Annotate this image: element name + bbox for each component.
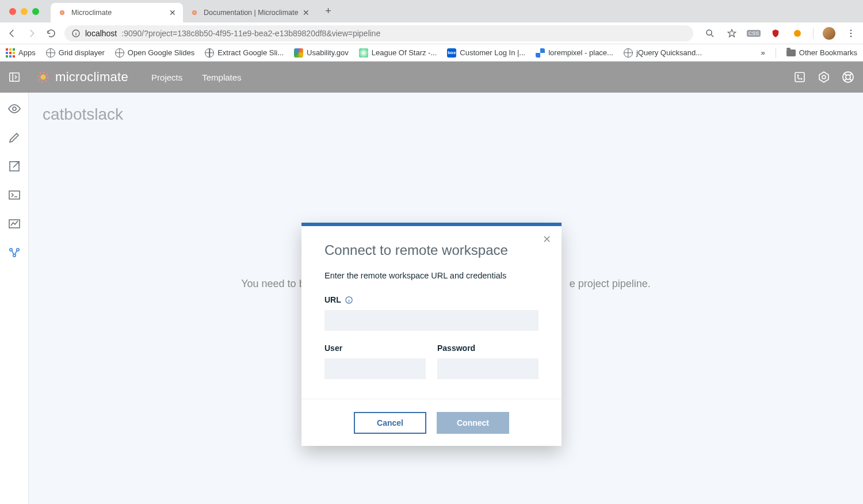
tab-title: Microclimate — [71, 9, 165, 17]
window-zoom-button[interactable] — [32, 8, 39, 15]
git-icon[interactable] — [793, 70, 807, 84]
window-close-button[interactable] — [9, 8, 16, 15]
search-icon[interactable] — [704, 27, 716, 40]
bookmark-item[interactable]: lorempixel - place... — [536, 48, 613, 58]
bookmark-item[interactable]: Extract Google Sli... — [205, 48, 284, 58]
svg-rect-13 — [10, 73, 20, 82]
svg-point-11 — [850, 32, 852, 34]
microclimate-favicon-icon — [58, 8, 67, 17]
bookbar-divider — [776, 48, 776, 58]
info-icon[interactable] — [345, 296, 353, 304]
star-icon — [359, 48, 368, 58]
user-input[interactable] — [324, 358, 426, 379]
address-bar[interactable]: localhost:9090/?project=138c8b50-4f95-11… — [64, 25, 693, 41]
url-host: localhost — [85, 29, 117, 38]
svg-point-33 — [13, 254, 15, 257]
connect-button[interactable]: Connect — [437, 412, 509, 434]
url-label: URL — [324, 295, 539, 304]
svg-point-12 — [850, 35, 852, 37]
pixel-icon — [536, 48, 545, 58]
app-header: microclimate Projects Templates — [0, 62, 863, 93]
tab-title: Documentation | Microclimate — [204, 9, 298, 17]
bookmark-item[interactable]: jQuery Quicksand... — [624, 48, 702, 58]
globe-icon — [205, 48, 214, 58]
profile-avatar[interactable] — [823, 27, 835, 40]
rail-pipeline-icon[interactable] — [7, 246, 21, 259]
rail-metrics-icon[interactable] — [7, 217, 21, 231]
url-input[interactable] — [324, 310, 539, 331]
browser-tabstrip: Microclimate ✕ Documentation | Microclim… — [0, 0, 863, 22]
new-tab-button[interactable]: + — [320, 3, 336, 20]
apps-button[interactable]: Apps — [6, 48, 36, 58]
settings-icon[interactable] — [817, 70, 831, 84]
bookmark-item[interactable]: Open Google Slides — [115, 48, 194, 58]
bookmark-item[interactable]: Grid displayer — [46, 48, 105, 58]
toolbar-divider — [813, 28, 814, 39]
diamond-icon — [294, 48, 303, 58]
reload-button[interactable] — [45, 27, 58, 40]
svg-point-15 — [40, 74, 45, 79]
svg-point-18 — [801, 78, 803, 80]
svg-marker-19 — [819, 72, 828, 82]
svg-point-3 — [193, 12, 196, 14]
browser-tab-active[interactable]: Microclimate ✕ — [51, 3, 183, 22]
bookmarks-overflow[interactable]: » — [761, 48, 765, 57]
connect-modal: ✕ Connect to remote workspace Enter the … — [301, 223, 562, 446]
svg-point-22 — [846, 75, 850, 79]
window-minimize-button[interactable] — [21, 8, 28, 15]
svg-point-20 — [822, 75, 826, 79]
back-button[interactable] — [6, 27, 18, 40]
extension-css-icon[interactable]: CSS — [747, 27, 760, 40]
header-right — [793, 70, 855, 84]
rail-open-icon[interactable] — [7, 159, 21, 173]
panel-toggle-icon[interactable] — [8, 71, 21, 83]
svg-point-9 — [794, 30, 801, 37]
bookmark-item[interactable]: League Of Starz -... — [359, 48, 437, 58]
forward-button[interactable] — [25, 27, 38, 40]
brand-text: microclimate — [55, 70, 128, 85]
nav-templates[interactable]: Templates — [202, 72, 241, 82]
svg-rect-16 — [795, 72, 804, 82]
extension-orange-icon[interactable] — [791, 27, 804, 40]
left-rail — [0, 93, 29, 504]
user-label: User — [324, 343, 426, 353]
password-label: Password — [437, 343, 539, 353]
star-icon[interactable] — [725, 27, 738, 40]
browser-tab[interactable]: Documentation | Microclimate ✕ — [183, 3, 316, 22]
tab-close-icon[interactable]: ✕ — [303, 9, 310, 17]
bookmark-item[interactable]: Usability.gov — [294, 48, 349, 58]
nav-projects[interactable]: Projects — [151, 72, 182, 82]
microclimate-logo-icon — [37, 71, 49, 83]
bookmarks-bar: Apps Grid displayer Open Google Slides E… — [0, 44, 863, 62]
modal-title: Connect to remote workspace — [324, 242, 539, 258]
cancel-button[interactable]: Cancel — [354, 412, 426, 434]
rail-view-icon[interactable] — [7, 102, 21, 116]
app-root: microclimate Projects Templates catbotsl… — [0, 62, 863, 504]
svg-line-8 — [711, 35, 713, 37]
svg-point-27 — [13, 107, 16, 110]
modal-actions: Cancel Connect — [301, 399, 562, 446]
brand[interactable]: microclimate — [37, 70, 128, 85]
kebab-menu-icon[interactable] — [845, 27, 857, 40]
other-bookmarks[interactable]: Other Bookmarks — [786, 48, 857, 57]
folder-icon — [786, 49, 796, 56]
password-input[interactable] — [437, 358, 539, 379]
extension-shield-icon[interactable] — [769, 27, 782, 40]
svg-rect-29 — [9, 191, 20, 199]
browser-toolbar: localhost:9090/?project=138c8b50-4f95-11… — [0, 22, 863, 44]
globe-icon — [46, 48, 55, 58]
modal-subtitle: Enter the remote workspace URL and crede… — [324, 271, 539, 280]
site-info-icon[interactable] — [71, 29, 81, 38]
modal-close-icon[interactable]: ✕ — [543, 233, 551, 246]
help-icon[interactable] — [841, 70, 855, 84]
tab-close-icon[interactable]: ✕ — [169, 9, 176, 17]
url-path: :9090/?project=138c8b50-4f95-11e9-bea2-e… — [121, 29, 380, 38]
svg-point-1 — [61, 12, 63, 14]
svg-point-7 — [707, 30, 712, 35]
bookmark-item[interactable]: boxCustomer Log In |... — [447, 48, 525, 58]
window-controls — [9, 8, 39, 15]
rail-terminal-icon[interactable] — [7, 188, 21, 202]
rail-edit-icon[interactable] — [7, 131, 21, 144]
svg-point-10 — [850, 29, 852, 31]
apps-grid-icon — [6, 48, 15, 58]
